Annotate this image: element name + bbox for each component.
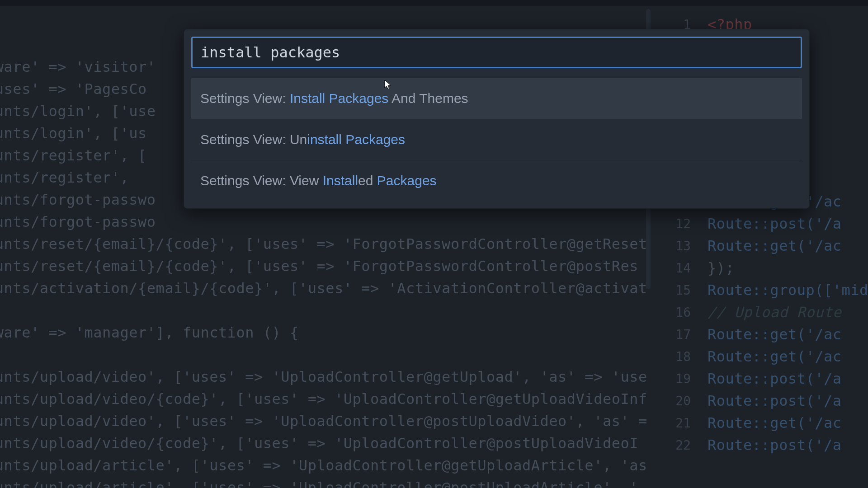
code-line: Route::post('/a (708, 370, 841, 387)
command-text: And Themes (388, 91, 468, 106)
code-line: }); (708, 259, 734, 277)
command-match-text: Packages (377, 173, 437, 188)
editor-screen: iddleware' => 'visitor' ', ['uses' => 'P… (0, 0, 868, 488)
command-palette-item[interactable]: Settings View: View Installed Packages (191, 160, 802, 201)
command-palette-results: Settings View: Install Packages And Them… (191, 78, 802, 201)
code-line: Route::get('/ac (708, 348, 841, 365)
code-line: // Upload Route (708, 304, 841, 321)
command-prefix: Settings View: (200, 173, 290, 188)
code-line: Route::get('/ac (708, 237, 841, 254)
command-prefix: Settings View: (200, 91, 290, 106)
command-match-text: Install (323, 173, 358, 188)
code-line: Route::get('/ac (708, 326, 841, 343)
command-match-text: install Packages (307, 132, 405, 147)
command-match-text: Install Packages (290, 91, 388, 106)
command-palette: Settings View: Install Packages And Them… (184, 29, 810, 209)
command-text: View (290, 173, 323, 188)
code-line: Route::post('/a (708, 436, 841, 454)
code-line: Route::get('/ac (708, 414, 841, 432)
command-text: ed (358, 173, 377, 188)
command-palette-input[interactable] (191, 37, 802, 68)
tab-bar (0, 0, 868, 6)
command-prefix: Settings View: (200, 132, 290, 147)
code-line: Route::post('/a (708, 215, 841, 232)
command-palette-item[interactable]: Settings View: Uninstall Packages (191, 119, 802, 160)
command-palette-item[interactable]: Settings View: Install Packages And Them… (191, 78, 802, 119)
command-text: Un (290, 132, 307, 147)
code-line: Route::group(['midd (708, 282, 868, 299)
code-line: Route::post('/a (708, 392, 841, 409)
